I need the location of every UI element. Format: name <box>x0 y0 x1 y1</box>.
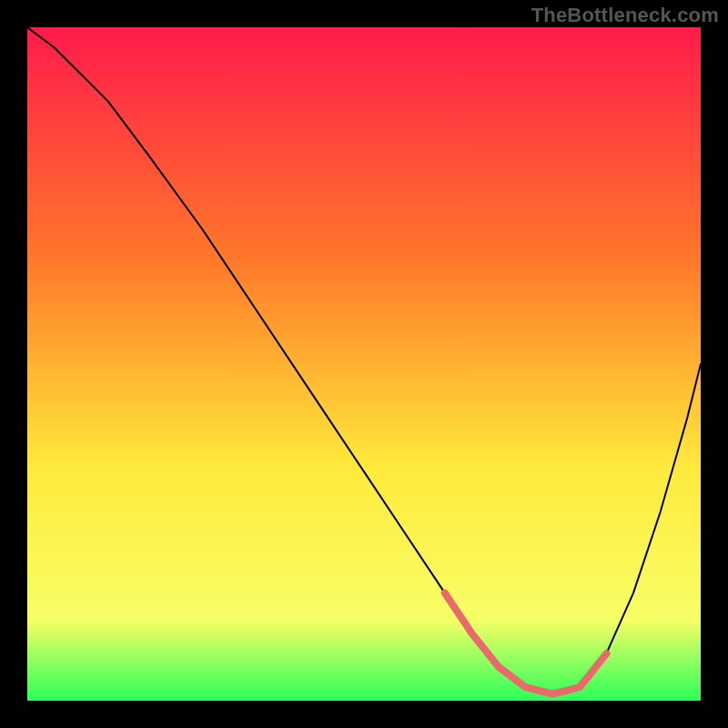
chart-frame: TheBottleneck.com <box>0 0 728 728</box>
watermark-text: TheBottleneck.com <box>531 4 719 27</box>
bottleneck-chart <box>27 27 701 701</box>
